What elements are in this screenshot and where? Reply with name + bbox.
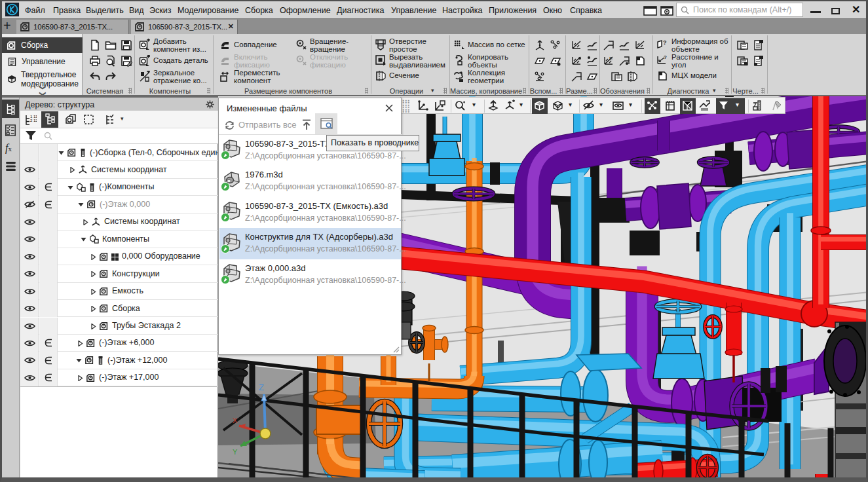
svg-text:X: X xyxy=(233,417,238,424)
svg-text:E: E xyxy=(609,56,613,62)
svg-text:?: ? xyxy=(663,39,667,46)
svg-text:Z: Z xyxy=(259,382,264,392)
svg-text:Y: Y xyxy=(233,448,238,456)
svg-text:2 12: 2 12 xyxy=(30,119,37,122)
svg-text:?: ? xyxy=(664,54,667,60)
